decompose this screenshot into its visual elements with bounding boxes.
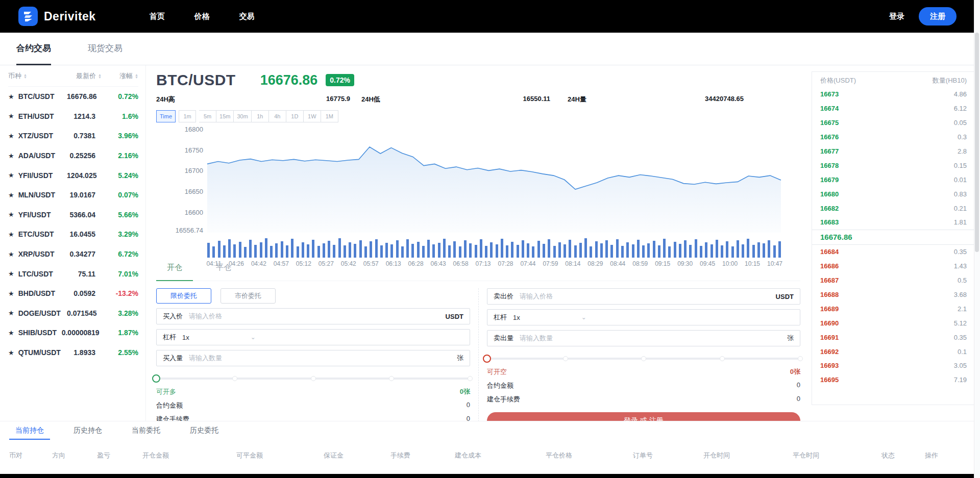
orderbook-row[interactable]: 166920.1	[820, 344, 967, 359]
interval-button-4h[interactable]: 4h	[269, 110, 286, 122]
volume-bar	[695, 239, 697, 258]
watchlist-row[interactable]: ★DOGE/USDT0.0715453.28%	[8, 304, 138, 323]
watchlist-header-coin[interactable]: 币种	[8, 71, 21, 81]
star-icon[interactable]: ★	[8, 132, 14, 140]
watchlist-row[interactable]: ★ETH/USDT1214.31.6%	[8, 107, 138, 127]
orderbook-row[interactable]: 166772.8	[820, 144, 967, 159]
orderbook-row[interactable]: 166861.43	[820, 259, 967, 273]
buy-amount-input[interactable]: 买入量 请输入数量 张	[156, 350, 470, 366]
star-icon[interactable]: ★	[8, 329, 14, 337]
orderbook-row[interactable]: 166957.19	[820, 373, 967, 387]
orderbook-row[interactable]: 166831.81	[820, 215, 967, 230]
sell-price-input[interactable]: 卖出价 请输入价格 USDT	[487, 288, 800, 305]
buy-amount-slider[interactable]	[156, 374, 470, 383]
sort-icon[interactable]: ▲▼	[98, 73, 102, 79]
interval-button-30m[interactable]: 30m	[234, 110, 251, 122]
market-order-button[interactable]: 市价委托	[220, 288, 276, 304]
star-icon[interactable]: ★	[8, 191, 14, 199]
watchlist-row[interactable]: ★YFII/USDT1204.0255.24%	[8, 165, 138, 185]
positions-tab-2[interactable]: 当前委托	[132, 421, 160, 440]
orderbook-row[interactable]: 166905.12	[820, 316, 967, 330]
nav-link-2[interactable]: 交易	[239, 12, 255, 21]
price-cell: 75.11	[69, 270, 108, 278]
positions-tab-3[interactable]: 历史委托	[190, 421, 218, 440]
tab-close-position[interactable]: 平仓	[205, 263, 242, 281]
star-icon[interactable]: ★	[8, 309, 14, 317]
watchlist-row[interactable]: ★XTZ/USDT0.73813.96%	[8, 126, 138, 146]
sort-icon[interactable]: ▲▼	[23, 73, 27, 79]
watchlist-row[interactable]: ★QTUM/USDT1.89332.55%	[8, 343, 138, 363]
orderbook-row[interactable]: 166883.68	[820, 288, 967, 302]
watchlist-row[interactable]: ★SHIB/USDT0.000008191.87%	[8, 323, 138, 343]
brand-name[interactable]: Derivitek	[44, 10, 96, 23]
tab-spot-trading[interactable]: 现货交易	[88, 33, 122, 65]
star-icon[interactable]: ★	[8, 171, 14, 179]
orderbook-row[interactable]: 166933.05	[820, 359, 967, 373]
watchlist-row[interactable]: ★ETC/USDT16.04553.29%	[8, 224, 138, 244]
watchlist-row[interactable]: ★XRP/USDT0.342776.72%	[8, 244, 138, 264]
star-icon[interactable]: ★	[8, 270, 14, 278]
login-link[interactable]: 登录	[889, 12, 904, 21]
orderbook-amount: 0.3	[958, 133, 967, 141]
slider-handle[interactable]	[483, 355, 491, 363]
tab-contract-trading[interactable]: 合约交易	[16, 33, 51, 65]
orderbook-row[interactable]: 166910.35	[820, 330, 967, 344]
star-icon[interactable]: ★	[8, 211, 14, 218]
watchlist-row[interactable]: ★YFI/USDT5366.045.66%	[8, 205, 138, 225]
interval-button-5m[interactable]: 5m	[199, 110, 216, 122]
star-icon[interactable]: ★	[8, 349, 14, 357]
watchlist-header-change[interactable]: 涨幅	[119, 71, 133, 81]
orderbook-row[interactable]: 166870.5	[820, 273, 967, 288]
volume-bar	[543, 244, 545, 258]
tab-open-position[interactable]: 开仓	[156, 263, 193, 281]
interval-button-1h[interactable]: 1h	[252, 110, 269, 122]
watchlist-header-price[interactable]: 最新价	[76, 71, 96, 81]
sell-amount-input[interactable]: 卖出量 请输入数量 张	[487, 330, 800, 346]
star-icon[interactable]: ★	[8, 250, 14, 258]
interval-button-1m[interactable]: 1M	[321, 110, 338, 122]
watchlist-row[interactable]: ★ADA/USDT0.252562.16%	[8, 146, 138, 166]
watchlist-row[interactable]: ★MLN/USDT19.01670.07%	[8, 185, 138, 205]
orderbook-row[interactable]: 166734.86	[820, 87, 967, 102]
orderbook-row[interactable]: 166750.05	[820, 116, 967, 130]
star-icon[interactable]: ★	[8, 231, 14, 238]
brand-logo-icon[interactable]	[18, 7, 38, 26]
star-icon[interactable]: ★	[8, 290, 14, 297]
orderbook-row[interactable]: 166820.21	[820, 201, 967, 215]
orderbook-row[interactable]: 166892.1	[820, 301, 967, 316]
interval-button-time[interactable]: Time	[156, 110, 176, 122]
sell-leverage-select[interactable]: 杠杆 1x ⌄	[487, 309, 800, 325]
interval-button-1m[interactable]: 1m	[179, 110, 196, 122]
nav-link-0[interactable]: 首页	[150, 12, 165, 21]
watchlist-row[interactable]: ★LTC/USDT75.117.01%	[8, 264, 138, 284]
sell-amount-slider[interactable]	[487, 355, 800, 363]
orderbook-row[interactable]: 166746.12	[820, 102, 967, 116]
buy-price-input[interactable]: 买入价 请输入价格 USDT	[156, 308, 470, 324]
page-scrollbar[interactable]	[974, 0, 980, 478]
star-icon[interactable]: ★	[8, 112, 14, 120]
sort-icon[interactable]: ▲▼	[135, 73, 138, 79]
positions-tab-0[interactable]: 当前持仓	[15, 421, 44, 440]
orderbook-row[interactable]: 166800.83	[820, 187, 967, 201]
price-cell: 1214.3	[69, 112, 108, 120]
orderbook-row[interactable]: 166840.35	[820, 245, 967, 259]
nav-link-1[interactable]: 价格	[194, 12, 210, 21]
buy-leverage-select[interactable]: 杠杆 1x ⌄	[156, 329, 470, 345]
star-icon[interactable]: ★	[8, 152, 14, 160]
slider-handle[interactable]	[152, 374, 160, 383]
star-icon[interactable]: ★	[8, 93, 14, 100]
orderbook-row[interactable]: 166760.3	[820, 130, 967, 144]
watchlist-row[interactable]: ★BHD/USDT0.0592-13.2%	[8, 284, 138, 304]
sell-amount-unit: 张	[787, 334, 794, 343]
price-chart[interactable]: 168001675016700166501660016556.7404:1104…	[156, 124, 800, 272]
interval-button-1d[interactable]: 1D	[286, 110, 304, 122]
orderbook-row[interactable]: 166780.15	[820, 158, 967, 172]
interval-button-1w[interactable]: 1W	[304, 110, 321, 122]
positions-tab-1[interactable]: 历史持仓	[74, 421, 102, 440]
orderbook-row[interactable]: 166790.01	[820, 172, 967, 187]
scrollbar-thumb[interactable]	[975, 33, 979, 252]
interval-button-15m[interactable]: 15m	[216, 110, 234, 122]
watchlist-row[interactable]: ★BTC/USDT16676.860.72%	[8, 87, 138, 107]
limit-order-button[interactable]: 限价委托	[156, 288, 211, 304]
register-button[interactable]: 注册	[919, 7, 957, 26]
